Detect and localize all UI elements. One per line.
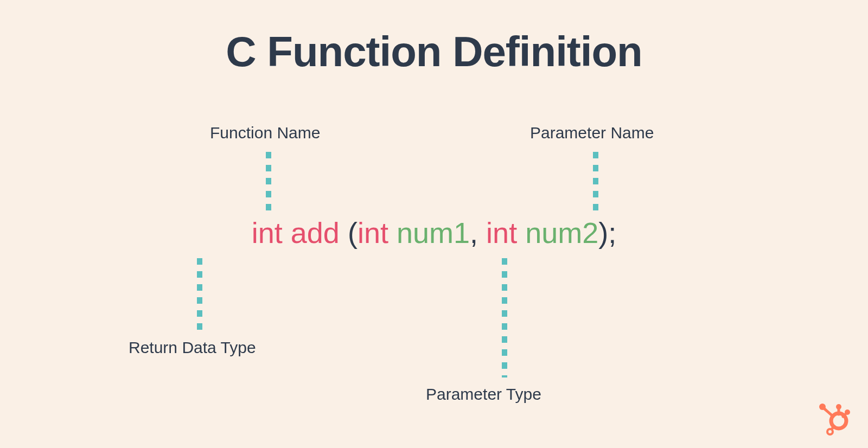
- connector-return-type: [197, 258, 202, 331]
- svg-point-7: [827, 429, 833, 434]
- param2-type: int: [486, 216, 517, 249]
- connector-function-name: [266, 152, 271, 217]
- hubspot-logo-icon: [816, 401, 851, 436]
- connector-parameter-name: [593, 152, 598, 217]
- return-keyword: int: [252, 216, 283, 249]
- svg-line-6: [843, 414, 845, 417]
- svg-line-8: [832, 426, 834, 428]
- diagram-title: C Function Definition: [226, 27, 642, 76]
- label-parameter-name: Parameter Name: [530, 124, 654, 142]
- comma: ,: [470, 216, 478, 249]
- param2-name: num2: [525, 216, 598, 249]
- code-signature: int add (int num1, int num2);: [252, 216, 617, 249]
- function-name-token: add: [291, 216, 340, 249]
- open-paren: (: [348, 216, 358, 249]
- label-return-type: Return Data Type: [129, 338, 256, 357]
- close-paren-semicolon: );: [598, 216, 616, 249]
- connector-parameter-type: [502, 258, 507, 377]
- svg-line-2: [825, 409, 833, 417]
- label-function-name: Function Name: [210, 124, 320, 142]
- label-parameter-type: Parameter Type: [426, 385, 541, 404]
- param1-type: int: [358, 216, 388, 249]
- param1-name: num1: [397, 216, 470, 249]
